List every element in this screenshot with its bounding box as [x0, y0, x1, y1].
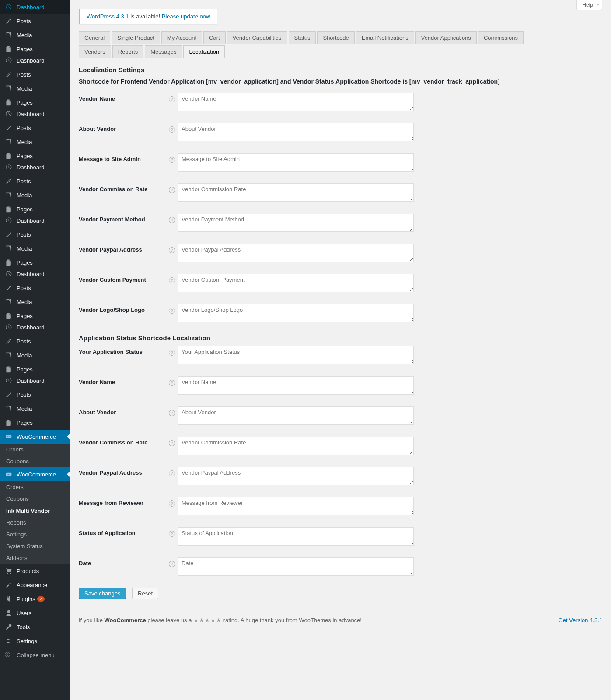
loc-input-3[interactable] [178, 183, 414, 202]
sidebar-item-posts[interactable]: Posts [0, 388, 70, 402]
loc-input-6[interactable] [178, 274, 414, 292]
help-icon[interactable]: ? [166, 214, 178, 223]
sidebar-item-posts[interactable]: Posts [0, 121, 70, 135]
sidebar-item-posts[interactable]: Posts [0, 14, 70, 28]
sidebar-item-label: Appearance [17, 582, 47, 588]
help-icon[interactable]: ? [166, 467, 178, 476]
submenu-ink-multi-vendor[interactable]: Ink Multi Vendor [0, 505, 70, 517]
sidebar-item-media[interactable]: Media [0, 28, 70, 42]
sidebar-item-label: Dashboard [17, 217, 45, 224]
sidebar-item-dashboard[interactable]: Dashboard [0, 320, 70, 334]
help-icon[interactable]: ? [166, 153, 178, 163]
woo-icon [4, 433, 13, 440]
sidebar-item-dashboard[interactable]: Dashboard [0, 267, 70, 281]
update-now-link[interactable]: Please update now [162, 13, 210, 20]
help-icon[interactable]: ? [166, 497, 178, 507]
sidebar-item-products[interactable]: Products [0, 564, 70, 578]
tab-cart[interactable]: Cart [203, 32, 226, 44]
submenu-settings[interactable]: Settings [0, 528, 70, 540]
sidebar-item-posts[interactable]: Posts [0, 281, 70, 295]
help-icon[interactable]: ? [166, 376, 178, 386]
sidebar-item-media[interactable]: Media [0, 81, 70, 95]
sidebar-item-appearance[interactable]: Appearance [0, 578, 70, 592]
status-input-6[interactable] [178, 527, 414, 546]
sidebar-item-posts[interactable]: Posts [0, 334, 70, 348]
tab-localization[interactable]: Localization [183, 46, 225, 58]
get-version-link[interactable]: Get Version 4.3.1 [559, 617, 602, 623]
help-icon[interactable]: ? [166, 304, 178, 314]
sidebar-item-dashboard[interactable]: Dashboard [0, 53, 70, 67]
help-icon[interactable]: ? [166, 274, 178, 284]
save-button[interactable]: Save changes [79, 588, 126, 599]
update-version-link[interactable]: WordPress 4.3.1 [87, 13, 129, 20]
tab-vendor-capabilities[interactable]: Vendor Capabilities [227, 32, 287, 44]
sidebar-item-media[interactable]: Media [0, 188, 70, 202]
help-icon[interactable]: ? [166, 123, 178, 133]
loc-input-0[interactable] [178, 93, 414, 111]
sidebar-woocommerce-1[interactable]: WooCommerce [0, 430, 70, 444]
submenu-orders[interactable]: Orders [0, 444, 70, 455]
help-icon[interactable]: ? [166, 437, 178, 446]
sidebar-woocommerce-2[interactable]: WooCommerce [0, 467, 70, 481]
sidebar-item-dashboard[interactable]: Dashboard [0, 0, 70, 14]
tab-shortcode[interactable]: Shortcode [317, 32, 354, 44]
loc-input-2[interactable] [178, 153, 414, 172]
sidebar-item-media[interactable]: Media [0, 135, 70, 149]
sidebar-item-media[interactable]: Media [0, 242, 70, 256]
tab-commissions[interactable]: Commissions [478, 32, 524, 44]
sidebar-item-dashboard[interactable]: Dashboard [0, 214, 70, 228]
status-input-5[interactable] [178, 497, 414, 515]
tab-single-product[interactable]: Single Product [112, 32, 160, 44]
help-tab[interactable]: Help [576, 0, 602, 10]
status-input-0[interactable] [178, 346, 414, 364]
footer-stars[interactable]: ★★★★★ [193, 617, 222, 623]
submenu-system-status[interactable]: System Status [0, 540, 70, 552]
help-icon[interactable]: ? [166, 527, 178, 537]
status-input-2[interactable] [178, 406, 414, 425]
field-label: Vendor Commission Rate [79, 437, 166, 446]
help-icon[interactable]: ? [166, 557, 178, 567]
tab-messages[interactable]: Messages [145, 46, 182, 58]
help-icon[interactable]: ? [166, 93, 178, 102]
tab-status[interactable]: Status [289, 32, 316, 44]
submenu-coupons[interactable]: Coupons [0, 455, 70, 467]
sidebar-item-dashboard[interactable]: Dashboard [0, 107, 70, 121]
loc-input-4[interactable] [178, 214, 414, 232]
status-input-7[interactable] [178, 557, 414, 576]
help-icon[interactable]: ? [166, 346, 178, 356]
sidebar-item-media[interactable]: Media [0, 348, 70, 362]
submenu-add-ons[interactable]: Add-ons [0, 552, 70, 564]
tab-reports[interactable]: Reports [112, 46, 144, 58]
tab-my-account[interactable]: My Account [161, 32, 202, 44]
reset-button[interactable]: Reset [132, 588, 158, 599]
submenu-coupons[interactable]: Coupons [0, 493, 70, 505]
submenu-orders[interactable]: Orders [0, 481, 70, 493]
sidebar-item-posts[interactable]: Posts [0, 228, 70, 242]
sidebar-item-posts[interactable]: Posts [0, 174, 70, 188]
sidebar-item-plugins[interactable]: Plugins2 [0, 592, 70, 606]
sidebar-item-users[interactable]: Users [0, 606, 70, 620]
tab-vendor-applications[interactable]: Vendor Applications [415, 32, 477, 44]
status-input-4[interactable] [178, 467, 414, 485]
sidebar-item-posts[interactable]: Posts [0, 67, 70, 81]
sidebar-item-pages[interactable]: Pages [0, 416, 70, 430]
status-input-1[interactable] [178, 376, 414, 395]
tab-email-notifications[interactable]: Email Notifications [356, 32, 414, 44]
help-icon[interactable]: ? [166, 244, 178, 253]
collapse-menu[interactable]: Collapse menu [0, 648, 70, 662]
status-input-3[interactable] [178, 437, 414, 455]
submenu-reports[interactable]: Reports [0, 517, 70, 528]
sidebar-item-dashboard[interactable]: Dashboard [0, 160, 70, 174]
help-icon[interactable]: ? [166, 183, 178, 193]
sidebar-item-dashboard[interactable]: Dashboard [0, 374, 70, 388]
sidebar-item-settings[interactable]: Settings [0, 634, 70, 648]
sidebar-item-media[interactable]: Media [0, 295, 70, 309]
loc-input-7[interactable] [178, 304, 414, 322]
sidebar-item-tools[interactable]: Tools [0, 620, 70, 634]
help-icon[interactable]: ? [166, 406, 178, 416]
loc-input-5[interactable] [178, 244, 414, 262]
sidebar-item-media[interactable]: Media [0, 402, 70, 416]
loc-input-1[interactable] [178, 123, 414, 141]
tab-general[interactable]: General [79, 32, 110, 44]
tab-vendors[interactable]: Vendors [79, 46, 111, 58]
